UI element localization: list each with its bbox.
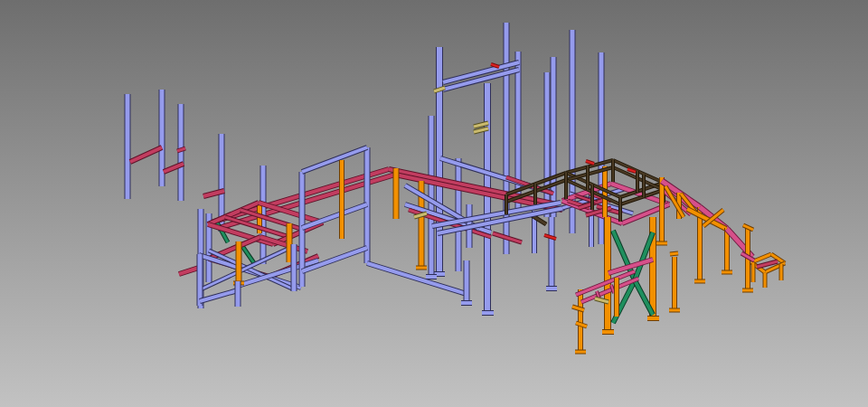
mark-red-123[interactable] <box>627 169 636 172</box>
mark-red-122[interactable] <box>586 161 594 164</box>
deck-beam-pink-140[interactable] <box>611 285 614 293</box>
mark-red-29[interactable] <box>491 64 499 67</box>
support-orange-163[interactable] <box>670 253 678 254</box>
cad-viewport[interactable] <box>0 0 868 407</box>
steel-beam-crimson-5[interactable] <box>177 148 185 151</box>
model-3d-view[interactable] <box>0 0 868 407</box>
